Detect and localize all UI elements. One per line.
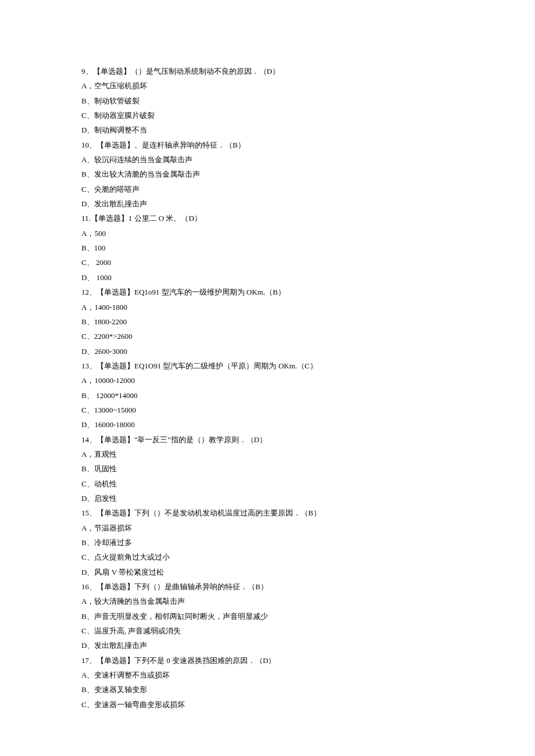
document-page: 9、【单选题】（）是气压制动系统制动不良的原因．（D）A，空气压缩机损坏B、制动…	[0, 0, 535, 747]
question-option: A，1400-1800	[81, 300, 454, 314]
question-option: C、13000~15000	[81, 403, 454, 417]
question-stem: 17、【单选题】下列不是 0 变速器换挡困难的原因．（D）	[81, 653, 454, 668]
question-option: B、发出较大清脆的当当金属敲击声	[81, 167, 454, 181]
question-block: 15、【单选题】下列（）不是发动机发动机温度过高的主要原因．（B）A，节温器损坏…	[81, 506, 454, 579]
question-stem: 14、【单选题】"举一反三"指的是（）教学原则．（D）	[81, 432, 454, 447]
question-option: B、冷却液过多	[81, 535, 454, 550]
question-stem: 10、【单选题】。是连杆轴承异响的特征．（B）	[81, 138, 454, 152]
question-option: B、 12000*14000	[81, 388, 454, 403]
question-option: A，节温器损坏	[81, 521, 454, 535]
question-block: 12、【单选题】EQ1o91 型汽车的一级维护周期为 OKm.（B）A，1400…	[81, 285, 454, 359]
question-option: B、变速器叉轴变形	[81, 682, 454, 697]
question-option: A，500	[81, 226, 454, 241]
question-stem: 13、【单选题】EQ1O91 型汽车的二级维护（平原）周期为 OKm.（C）	[81, 359, 454, 373]
question-option: A，10000-12000	[81, 373, 454, 388]
question-stem: 15、【单选题】下列（）不是发动机发动机温度过高的主要原因．（B）	[81, 506, 454, 520]
question-block: 14、【单选题】"举一反三"指的是（）教学原则．（D）A，直观性B、巩固性C、动…	[81, 432, 454, 506]
question-option: D、发出散乱撞击声	[81, 638, 454, 653]
question-option: C、温度升高, 声音减弱或消失	[81, 624, 454, 638]
question-stem: 16、【单选题】下列（）是曲轴轴承异响的特征．（B）	[81, 579, 454, 594]
question-stem: 12、【单选题】EQ1o91 型汽车的一级维护周期为 OKm.（B）	[81, 285, 454, 299]
question-option: B、声音无明显改变，相邻两缸同时断火，声音明显减少	[81, 609, 454, 624]
question-option: C、 2000	[81, 255, 454, 270]
question-option: A、变速杆调整不当或损坏	[81, 668, 454, 682]
question-stem: 11.【单选题】1 公里二 O 米。（D）	[81, 211, 454, 225]
question-option: D、2600-3000	[81, 344, 454, 359]
question-block: 13、【单选题】EQ1O91 型汽车的二级维护（平原）周期为 OKm.（C）A，…	[81, 359, 454, 432]
question-block: 9、【单选题】（）是气压制动系统制动不良的原因．（D）A，空气压缩机损坏B、制动…	[81, 64, 454, 138]
question-option: C、2200*>2600	[81, 329, 454, 343]
question-option: A、较沉闷连续的当当金属敲击声	[81, 152, 454, 167]
question-option: C、动机性	[81, 476, 454, 491]
question-option: C、点火提前角过大或过小	[81, 550, 454, 564]
question-block: 11.【单选题】1 公里二 O 米。（D）A，500B、100C、 2000D、…	[81, 211, 454, 285]
question-option: B、100	[81, 241, 454, 255]
question-option: D、启发性	[81, 491, 454, 506]
question-option: D、发出散乱撞击声	[81, 196, 454, 211]
question-option: B、1800-2200	[81, 314, 454, 329]
question-option: D、 1000	[81, 270, 454, 285]
question-block: 10、【单选题】。是连杆轴承异响的特征．（B）A、较沉闷连续的当当金属敲击声B、…	[81, 138, 454, 212]
question-option: B、制动软管破裂	[81, 94, 454, 108]
question-block: 16、【单选题】下列（）是曲轴轴承异响的特征．（B）A，较大清腌的当当金属敲击声…	[81, 579, 454, 653]
question-option: D、16000-18000	[81, 417, 454, 432]
question-option: C、制动器室膜片破裂	[81, 108, 454, 123]
question-option: D、制动阀调整不当	[81, 123, 454, 137]
question-option: A，直观性	[81, 447, 454, 461]
question-option: B、巩固性	[81, 461, 454, 476]
question-stem: 9、【单选题】（）是气压制动系统制动不良的原因．（D）	[81, 64, 454, 78]
question-block: 17、【单选题】下列不是 0 变速器换挡困难的原因．（D）A、变速杆调整不当或损…	[81, 653, 454, 712]
question-option: A，空气压缩机损坏	[81, 78, 454, 93]
question-list: 9、【单选题】（）是气压制动系统制动不良的原因．（D）A，空气压缩机损坏B、制动…	[81, 64, 454, 712]
question-option: C、尖脆的嗒嗒声	[81, 182, 454, 196]
question-option: D、风扇 V 带松紧度过松	[81, 565, 454, 579]
question-option: A，较大清腌的当当金属敲击声	[81, 594, 454, 608]
question-option: C、变速器一轴弯曲变形或损坏	[81, 697, 454, 712]
